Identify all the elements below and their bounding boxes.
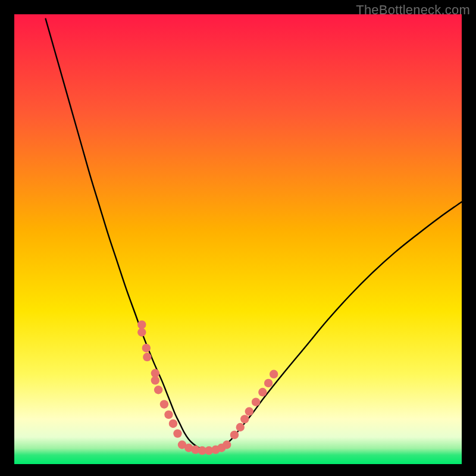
data-dot	[264, 379, 273, 387]
data-dot	[137, 320, 146, 328]
chart-frame: TheBottleneck.com	[0, 0, 476, 476]
data-dot	[236, 423, 245, 431]
gradient-background	[14, 14, 462, 464]
data-dot	[169, 419, 177, 428]
data-dot	[164, 411, 173, 419]
data-dot	[137, 328, 146, 336]
plot-area	[14, 14, 462, 464]
data-dot	[270, 370, 278, 378]
data-dot	[240, 415, 249, 423]
data-dot	[223, 440, 231, 449]
chart-svg	[14, 14, 462, 464]
data-dot	[230, 431, 239, 439]
data-dot	[142, 344, 151, 352]
data-dot	[252, 397, 260, 406]
data-dot	[143, 353, 151, 361]
data-dot	[258, 388, 267, 396]
data-dot	[154, 386, 162, 394]
watermark-text: TheBottleneck.com	[356, 2, 470, 18]
data-dot	[245, 407, 253, 415]
data-dot	[173, 429, 181, 437]
data-dot	[160, 400, 168, 408]
data-dot	[151, 376, 159, 384]
